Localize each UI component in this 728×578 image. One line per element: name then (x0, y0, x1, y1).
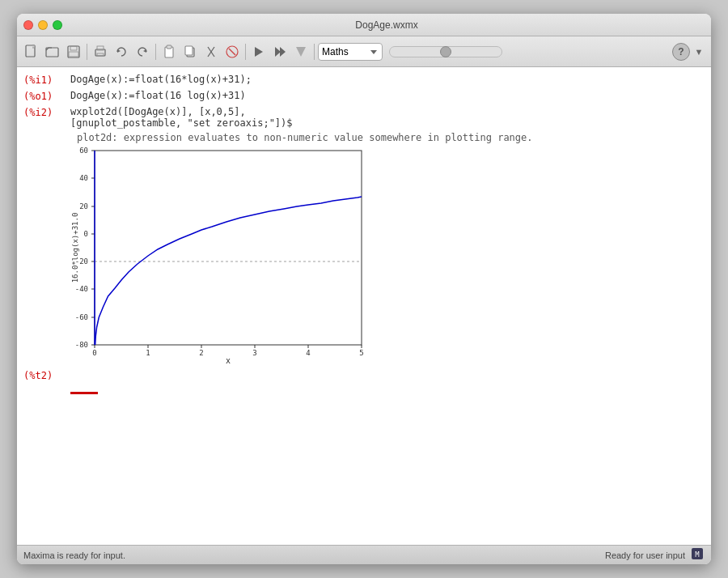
toolbar-menu-button[interactable]: ▼ (692, 45, 706, 59)
svg-marker-22 (370, 50, 377, 54)
eval-all-button[interactable] (270, 42, 290, 62)
separator-1 (87, 44, 87, 60)
cell-o1-label: (%o1) (23, 90, 70, 102)
svg-text:0: 0 (92, 349, 96, 357)
cell-t2-label: (%t2) (23, 369, 70, 381)
minimize-button[interactable] (38, 20, 48, 30)
svg-marker-9 (143, 49, 146, 53)
maths-dropdown[interactable]: Maths (318, 43, 383, 61)
svg-marker-18 (255, 47, 263, 57)
separator-2 (155, 44, 156, 60)
svg-text:x: x (226, 356, 231, 365)
titlebar: DogAge.wxmx (17, 14, 711, 36)
redo-button[interactable] (133, 42, 152, 62)
cell-o1-text: DogAge(x):=float(16 log(x)+31) (70, 90, 246, 101)
svg-text:60: 60 (79, 147, 88, 155)
svg-rect-1 (46, 48, 58, 57)
status-left-text: Maxima is ready for input. (23, 550, 605, 560)
stop-button[interactable] (222, 42, 242, 62)
help-button[interactable]: ? (672, 43, 690, 61)
svg-text:3: 3 (252, 349, 256, 357)
svg-marker-20 (280, 47, 286, 57)
plot-svg: -80 -60 -40 -20 0 20 40 (70, 147, 394, 365)
svg-text:40: 40 (79, 174, 88, 182)
input-cursor (70, 392, 98, 394)
maths-dropdown-label: Maths (322, 46, 369, 57)
cell-o1: (%o1) DogAge(x):=float(16 log(x)+31) (17, 88, 711, 104)
plot-warning: plot2d: expression evaluates to non-nume… (70, 130, 711, 145)
separator-4 (314, 44, 315, 60)
cut-button[interactable] (201, 42, 221, 62)
content-area: (%i1) DogAge(x):=float(16*log(x)+31); (%… (17, 67, 711, 545)
svg-text:-80: -80 (75, 341, 88, 349)
status-icon: M (690, 546, 705, 563)
plot-area: -80 -60 -40 -20 0 20 40 (70, 147, 711, 368)
save-button[interactable] (64, 42, 83, 62)
eval-button[interactable] (249, 42, 269, 62)
svg-text:20: 20 (79, 202, 88, 210)
cell-i2-line1: wxplot2d([DogAge(x)], [x,0,5], (70, 106, 705, 117)
svg-text:M: M (695, 550, 700, 559)
cell-i2-content[interactable]: wxplot2d([DogAge(x)], [x,0,5], [gnuplot_… (70, 106, 705, 129)
svg-marker-19 (275, 47, 281, 57)
svg-text:1: 1 (146, 349, 150, 357)
paste-button[interactable] (159, 42, 179, 62)
cell-o1-content: DogAge(x):=float(16 log(x)+31) (70, 90, 705, 101)
svg-rect-23 (95, 151, 362, 345)
svg-rect-11 (167, 45, 171, 49)
svg-text:2: 2 (199, 349, 203, 357)
slider-handle[interactable] (440, 46, 451, 57)
cell-i1-label: (%i1) (23, 74, 70, 86)
copy-button[interactable] (180, 42, 200, 62)
cell-i2: (%i2) wxplot2d([DogAge(x)], [x,0,5], [gn… (17, 104, 711, 130)
svg-rect-4 (69, 52, 78, 57)
maxima-icon: M (690, 546, 705, 561)
cell-i2-label: (%i2) (23, 106, 70, 118)
svg-text:5: 5 (359, 349, 363, 357)
progress-slider (389, 46, 502, 57)
print-button[interactable] (91, 42, 110, 62)
undo-button[interactable] (112, 42, 131, 62)
traffic-lights (23, 20, 62, 30)
svg-text:-60: -60 (75, 313, 88, 321)
svg-text:-40: -40 (75, 285, 88, 293)
open-button[interactable] (43, 42, 62, 62)
statusbar: Maxima is ready for input. Ready for use… (17, 545, 711, 564)
new-button[interactable] (22, 42, 41, 62)
svg-marker-8 (117, 49, 121, 53)
cell-i1-content[interactable]: DogAge(x):=float(16*log(x)+31); (70, 74, 705, 85)
svg-text:4: 4 (306, 349, 310, 357)
cell-t2: (%t2) (17, 368, 711, 384)
toolbar: Maths ? ▼ (17, 36, 711, 67)
cell-i1: (%i1) DogAge(x):=float(16*log(x)+31); (17, 72, 711, 88)
status-right-text: Ready for user input (605, 550, 685, 560)
svg-marker-21 (296, 47, 306, 57)
eval-down-button[interactable] (291, 42, 311, 62)
svg-line-17 (229, 49, 235, 55)
cell-i2-line2: [gnuplot_postamble, "set zeroaxis;"])$ (70, 117, 705, 129)
svg-rect-3 (70, 46, 77, 50)
svg-rect-13 (185, 46, 193, 55)
svg-text:0: 0 (84, 230, 88, 238)
separator-3 (245, 44, 246, 60)
window-title: DogAge.wxmx (69, 19, 705, 31)
main-window: DogAge.wxmx (17, 14, 711, 564)
svg-text:16.0*log(x)+31.0: 16.0*log(x)+31.0 (71, 213, 79, 283)
close-button[interactable] (23, 20, 33, 30)
maximize-button[interactable] (53, 20, 62, 30)
chevron-down-icon (369, 47, 379, 57)
cell-i1-text: DogAge(x):=float(16*log(x)+31); (70, 74, 252, 85)
